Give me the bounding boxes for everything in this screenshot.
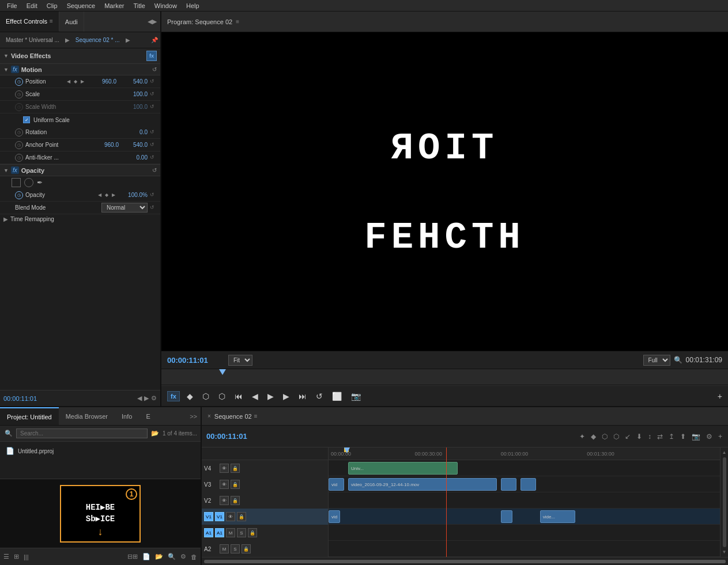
track-a2-solo[interactable]: S (231, 544, 240, 553)
opacity-toggle[interactable]: ▼ (3, 168, 9, 173)
panel-settings[interactable]: ⚙ (151, 395, 157, 402)
scale-width-reset[interactable]: ↺ (150, 104, 157, 111)
motion-label[interactable]: Motion (21, 66, 42, 73)
settings-button[interactable]: ⚙ (180, 553, 186, 560)
anchor-stopwatch[interactable]: ◷ (15, 141, 23, 149)
tl-settings-button[interactable]: ⚙ (705, 431, 714, 442)
menu-edit[interactable]: Edit (22, 2, 42, 9)
panel-previous[interactable]: ◀ (137, 395, 142, 402)
track-v2-lock[interactable]: 🔒 (231, 496, 240, 505)
track-v4-eye[interactable]: 👁 (220, 464, 229, 473)
track-v1-lock[interactable]: 🔒 (237, 512, 246, 521)
video-effects-toggle[interactable]: ▼ (3, 53, 9, 59)
opacity-section-label[interactable]: Opacity (21, 167, 44, 174)
clip-v3-main[interactable]: video_2016-09-29_12-44-10.mov (348, 478, 497, 491)
scale-value[interactable]: 100.0 (119, 91, 148, 97)
track-a1-solo[interactable]: S (237, 528, 246, 537)
tl-in-button[interactable]: ⬡ (601, 431, 609, 442)
time-remapping-row[interactable]: ▶ Time Remapping (0, 214, 160, 224)
clip-v1-2[interactable] (501, 510, 512, 523)
uniform-scale-checkbox[interactable]: ✓ (23, 116, 30, 123)
tab-audio[interactable]: Audi (59, 12, 84, 32)
monitor-menu-icon[interactable]: ≡ (236, 18, 239, 25)
tab-effects[interactable]: E (139, 407, 157, 425)
master-tab[interactable]: Master * Universal ... (2, 36, 63, 44)
tl-link-button[interactable]: ⇄ (656, 431, 664, 442)
fx-toggle-button[interactable]: fx (167, 391, 180, 401)
track-v1-eye[interactable]: 👁 (226, 512, 235, 521)
menu-marker[interactable]: Marker (100, 2, 129, 9)
opacity-pen-mask[interactable]: ✒ (37, 179, 43, 187)
time-remap-toggle[interactable]: ▶ (3, 216, 8, 222)
tab-project[interactable]: Project: Untitled (0, 407, 59, 425)
rotation-reset[interactable]: ↺ (150, 129, 157, 136)
position-stopwatch[interactable]: ◷ (15, 78, 23, 86)
clip-univ[interactable]: Univ... (348, 462, 458, 475)
scale-width-value[interactable]: 100.0 (119, 104, 148, 110)
blend-mode-reset[interactable]: ↺ (150, 204, 157, 211)
scroll-thumb[interactable] (723, 457, 726, 547)
project-search-icon[interactable]: 🔍 (3, 429, 14, 438)
track-a1-eye[interactable]: M (226, 528, 235, 537)
motion-reset[interactable]: ↺ (152, 66, 157, 73)
menu-help[interactable]: Help (182, 2, 204, 9)
opacity-kf-add[interactable]: ◆ (105, 192, 111, 198)
track-v3-lock[interactable]: 🔒 (231, 480, 240, 489)
sequence-close[interactable]: × (208, 413, 211, 419)
out-point-jump[interactable]: ⏭ (296, 390, 309, 402)
new-item-button[interactable]: 📄 (142, 553, 150, 560)
track-a2-lock[interactable]: 🔒 (242, 544, 251, 553)
new-bin-button[interactable]: 📂 (155, 553, 163, 560)
track-a1-target[interactable]: A1 (215, 528, 224, 537)
timeline-ruler[interactable]: 00:00:00 00:00:30:00 00:01:00:00 00:01:3… (329, 448, 720, 460)
scroll-up[interactable]: ▲ (722, 450, 727, 455)
safe-zone-button[interactable]: ⬜ (330, 390, 344, 402)
in-point-button[interactable]: ⬡ (200, 390, 212, 402)
tl-snap-button[interactable]: ✦ (578, 431, 586, 442)
tab-media-browser[interactable]: Media Browser (59, 407, 115, 425)
tl-ripple-button[interactable]: ↕ (647, 431, 652, 442)
anchor-y-value[interactable]: 540.0 (119, 142, 148, 148)
step-forward-button[interactable]: ▶ (281, 390, 292, 402)
clip-v3-1[interactable]: vid (329, 478, 344, 491)
timeline-hscrollbar[interactable] (202, 557, 728, 565)
tab-info[interactable]: Info (115, 407, 139, 425)
quality-selector[interactable]: Full (643, 355, 670, 366)
tl-lift-button[interactable]: ↥ (667, 431, 676, 442)
list-view-button[interactable]: ☰ (3, 553, 9, 560)
tl-marker-button[interactable]: ◆ (590, 431, 597, 442)
sequence-menu[interactable]: ≡ (254, 413, 258, 419)
delete-button[interactable]: 🗑 (191, 553, 197, 560)
motion-toggle[interactable]: ▼ (3, 67, 9, 73)
tl-camera-button[interactable]: 📷 (691, 431, 701, 442)
opacity-reset[interactable]: ↺ (152, 167, 157, 173)
panel-pin-icon[interactable]: 📌 (151, 37, 158, 43)
anchor-x-value[interactable]: 960.0 (90, 142, 119, 148)
zoom-slider[interactable]: ⊟⊞ (127, 553, 138, 560)
tl-overwrite-button[interactable]: ⬇ (635, 431, 643, 442)
track-v3-eye[interactable]: 👁 (220, 480, 229, 489)
opacity-value[interactable]: 100.0% (119, 192, 148, 198)
track-a1-sync[interactable]: A1 (204, 528, 213, 537)
anti-flicker-reset[interactable]: ↺ (150, 154, 157, 161)
opacity-stopwatch[interactable]: ◷ (15, 191, 23, 199)
tl-extract-button[interactable]: ⬆ (679, 431, 687, 442)
menu-file[interactable]: File (2, 2, 22, 9)
monitor-timeline-ruler[interactable] (161, 369, 728, 385)
menu-title[interactable]: Title (129, 2, 149, 9)
anchor-reset[interactable]: ↺ (150, 142, 157, 149)
panel-expand-icon[interactable]: ◀▶ (148, 18, 157, 25)
opacity-value-reset[interactable]: ↺ (150, 192, 157, 199)
panel-menu-icon[interactable]: ≡ (50, 18, 53, 24)
panel-next[interactable]: ▶ (144, 395, 149, 402)
tl-insert-button[interactable]: ↙ (624, 431, 632, 442)
track-a1-lock[interactable]: 🔒 (248, 528, 257, 537)
clip-v3-3[interactable] (501, 478, 516, 491)
track-v1-sync[interactable]: V1 (204, 512, 213, 521)
position-kf-prev[interactable]: ◀ (67, 79, 73, 85)
scale-reset[interactable]: ↺ (150, 91, 157, 98)
step-back-button[interactable]: ◀ (250, 390, 261, 402)
scroll-down[interactable]: ▼ (722, 549, 727, 555)
scale-width-stopwatch[interactable]: ◷ (15, 103, 23, 111)
blend-mode-select[interactable]: Normal (101, 203, 148, 213)
